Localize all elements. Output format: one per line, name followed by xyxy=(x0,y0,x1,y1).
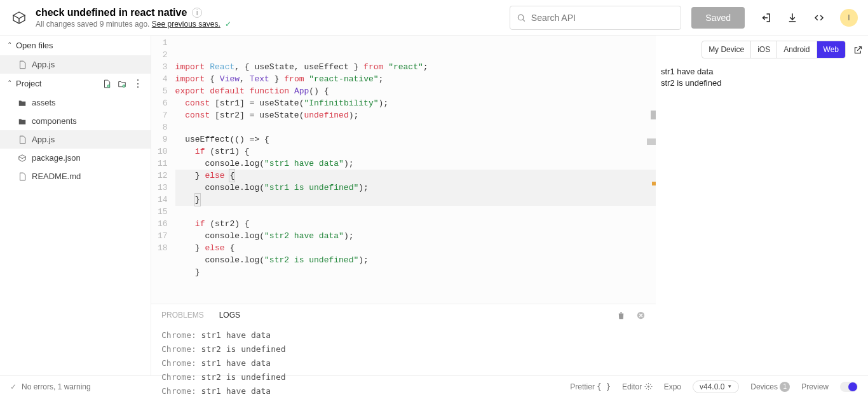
devices-button[interactable]: Devices 1 xyxy=(750,382,790,392)
code-line xyxy=(175,206,656,218)
saved-button[interactable]: Saved xyxy=(691,7,745,29)
project-file-item[interactable]: assets xyxy=(0,93,151,112)
expo-label: Expo xyxy=(664,382,681,391)
editor-settings-button[interactable]: Editor xyxy=(622,382,653,391)
preview-tab-android[interactable]: Android xyxy=(777,41,817,58)
avatar[interactable]: I xyxy=(840,9,858,27)
js-file-icon xyxy=(18,60,27,69)
code-line: } xyxy=(175,194,656,206)
save-status-text: All changes saved 9 minutes ago. xyxy=(36,20,152,29)
code-line: console.log("str2 have data"); xyxy=(175,230,656,242)
preview-line: str2 is undefined xyxy=(661,77,863,89)
editor-area: 123456789101112131415161718 import React… xyxy=(151,36,656,304)
project-file-item[interactable]: components xyxy=(0,112,151,130)
preview-tab-web[interactable]: Web xyxy=(817,41,845,58)
sidebar: ˄ Open files App.js ˄ Project ⋮ assetsco… xyxy=(0,36,151,375)
log-line: Chrome: str1 have data xyxy=(161,328,646,342)
code-line: if (str2) { xyxy=(175,218,656,230)
svg-point-0 xyxy=(519,15,524,20)
project-file-item[interactable]: README.md xyxy=(0,167,151,185)
chevron-down-icon: ˄ xyxy=(8,41,12,50)
search-box[interactable] xyxy=(510,6,681,30)
file-name: package.json xyxy=(32,153,81,163)
tab-logs[interactable]: LOGS xyxy=(219,311,240,320)
chevron-down-icon: ˄ xyxy=(8,79,12,88)
code-line: console.log("str1 have data"); xyxy=(175,158,656,170)
expo-logo xyxy=(10,9,28,27)
project-label: Project xyxy=(16,79,41,88)
download-icon[interactable] xyxy=(787,12,798,24)
folder-icon xyxy=(18,98,27,107)
check-icon: ✓ xyxy=(225,20,231,29)
top-bar: check undefined in react native i All ch… xyxy=(0,0,868,36)
md-icon xyxy=(18,172,27,181)
svg-point-4 xyxy=(648,385,649,387)
open-external-icon[interactable] xyxy=(853,45,863,55)
code-line: const [str2] = useState(undefined); xyxy=(175,109,656,121)
preview-tab-my-device[interactable]: My Device xyxy=(702,41,751,58)
info-icon[interactable]: i xyxy=(192,8,202,18)
close-panel-icon[interactable] xyxy=(636,311,646,320)
new-folder-icon[interactable] xyxy=(118,79,126,88)
preview-toggle-label: Preview xyxy=(801,382,829,391)
line-gutter: 123456789101112131415161718 xyxy=(151,36,175,304)
project-header[interactable]: ˄ Project ⋮ xyxy=(0,74,151,93)
code-line: } else { xyxy=(175,242,656,254)
expo-version-selector[interactable]: v44.0.0 ▼ xyxy=(693,380,739,393)
file-name: App.js xyxy=(32,135,55,144)
prettier-button[interactable]: Prettier { } xyxy=(570,382,611,391)
code-line: } else { xyxy=(175,170,656,182)
js-icon xyxy=(18,135,27,144)
more-icon[interactable]: ⋮ xyxy=(133,79,143,88)
code-line: if (str1) { xyxy=(175,145,656,158)
title-block: check undefined in react native i All ch… xyxy=(36,7,231,29)
folder-icon xyxy=(18,117,27,126)
open-files-label: Open files xyxy=(16,41,53,50)
embed-icon[interactable] xyxy=(813,12,825,24)
code-line: import React, { useState, useEffect } fr… xyxy=(175,61,656,73)
see-previous-saves-link[interactable]: See previous saves. xyxy=(152,20,220,29)
status-text: No errors, 1 warning xyxy=(22,382,91,391)
pkg-icon xyxy=(18,154,27,163)
preview-tab-ios[interactable]: iOS xyxy=(751,41,777,58)
project-file-item[interactable]: App.js xyxy=(0,130,151,149)
file-name: App.js xyxy=(32,60,55,69)
log-line: Chrome: str2 is undefined xyxy=(161,342,646,356)
exit-icon[interactable] xyxy=(760,12,771,24)
code-line: } xyxy=(175,266,656,278)
preview-line: str1 have data xyxy=(661,66,863,77)
preview-output: str1 have datastr2 is undefined xyxy=(656,64,868,91)
open-file-item[interactable]: App.js xyxy=(0,55,151,74)
open-files-header[interactable]: ˄ Open files xyxy=(0,36,151,55)
preview-device-tabs: My DeviceiOSAndroidWeb xyxy=(702,41,846,58)
log-line: Chrome: str1 have data xyxy=(161,356,646,370)
code-line: console.log("str2 is undefined"); xyxy=(175,254,656,266)
code-line: export default function App() { xyxy=(175,85,656,97)
file-name: assets xyxy=(32,98,56,107)
file-name: README.md xyxy=(32,172,81,181)
project-title: check undefined in react native xyxy=(36,7,187,18)
code-line: import { View, Text } from "react-native… xyxy=(175,73,656,85)
status-check-icon: ✓ xyxy=(10,382,17,391)
preview-toggle[interactable] xyxy=(840,382,858,392)
code-view[interactable]: import React, { useState, useEffect } fr… xyxy=(175,36,656,304)
trash-icon[interactable] xyxy=(616,311,626,320)
tab-problems[interactable]: PROBLEMS xyxy=(161,311,204,320)
code-line xyxy=(175,121,656,133)
file-name: components xyxy=(32,116,77,126)
code-line: console.log("str1 is undefined"); xyxy=(175,182,656,194)
code-line: useEffect(() => { xyxy=(175,133,656,145)
minimap-scroll[interactable] xyxy=(649,36,656,304)
project-file-item[interactable]: package.json xyxy=(0,149,151,167)
preview-pane: My DeviceiOSAndroidWeb str1 have datastr… xyxy=(656,36,868,375)
new-file-icon[interactable] xyxy=(102,79,111,88)
code-line: const [str1] = useState("Infinitbility")… xyxy=(175,97,656,109)
search-input[interactable] xyxy=(531,13,674,23)
